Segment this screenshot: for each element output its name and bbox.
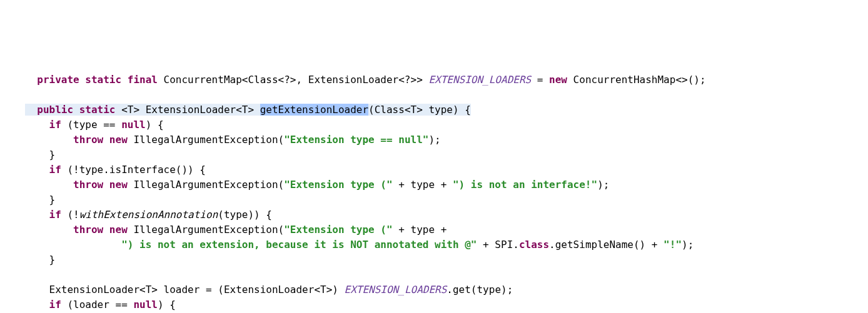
t: =	[531, 74, 549, 86]
t: (type ==	[61, 119, 121, 131]
t: .get(type);	[447, 284, 513, 296]
t: ConcurrentMap<Class<?>, ExtensionLoader<…	[158, 74, 428, 86]
const: EXTENSION_LOADERS	[428, 74, 531, 86]
t: + SPI.	[477, 239, 518, 251]
kw: null	[133, 299, 158, 311]
str: "Extension type ("	[284, 224, 392, 236]
t: + type +	[393, 179, 453, 191]
t: (Class<T> type) {	[368, 104, 471, 116]
selection: getExtensionLoader	[260, 104, 368, 116]
t: (!	[61, 209, 79, 221]
t: ConcurrentHashMap<>();	[567, 74, 706, 86]
method-ital: withExtensionAnnotation	[79, 209, 218, 221]
t: }	[25, 194, 55, 206]
highlighted-line: public static <T> ExtensionLoader<T> get…	[25, 104, 471, 116]
t: ExtensionLoader<T> loader = (ExtensionLo…	[25, 284, 345, 296]
t: }	[25, 254, 55, 266]
t: + type +	[393, 224, 447, 236]
t: (type)) {	[218, 209, 272, 221]
kw: throw new	[73, 134, 128, 146]
kw: new	[549, 74, 567, 86]
str: "Extension type == null"	[284, 134, 428, 146]
t: .getSimpleName() +	[549, 239, 664, 251]
kw: public static	[37, 104, 115, 116]
str: ") is not an extension, because it is NO…	[121, 239, 477, 251]
kw: throw new	[73, 179, 128, 191]
kw: if	[49, 209, 61, 221]
t: (!type.isInterface()) {	[61, 164, 206, 176]
kw: throw new	[73, 224, 128, 236]
t: (loader ==	[61, 299, 134, 311]
kw: if	[49, 299, 61, 311]
const: EXTENSION_LOADERS	[345, 284, 447, 296]
t: IllegalArgumentException(	[128, 179, 284, 191]
t: );	[597, 179, 609, 191]
str: "!"	[664, 239, 682, 251]
t: }	[25, 149, 55, 161]
str: ") is not an interface!"	[453, 179, 597, 191]
t: ) {	[146, 119, 164, 131]
t: IllegalArgumentException(	[128, 224, 284, 236]
t: ) {	[158, 299, 176, 311]
kw: class	[519, 239, 549, 251]
t: );	[682, 239, 694, 251]
kw: null	[121, 119, 146, 131]
t: <T> ExtensionLoader<T>	[116, 104, 260, 116]
str: "Extension type ("	[284, 179, 392, 191]
t: IllegalArgumentException(	[128, 134, 284, 146]
kw: if	[49, 119, 61, 131]
code-block: private static final ConcurrentMap<Class…	[25, 72, 868, 313]
t: );	[428, 134, 440, 146]
kw: if	[49, 164, 61, 176]
kw: private static final	[37, 74, 158, 86]
